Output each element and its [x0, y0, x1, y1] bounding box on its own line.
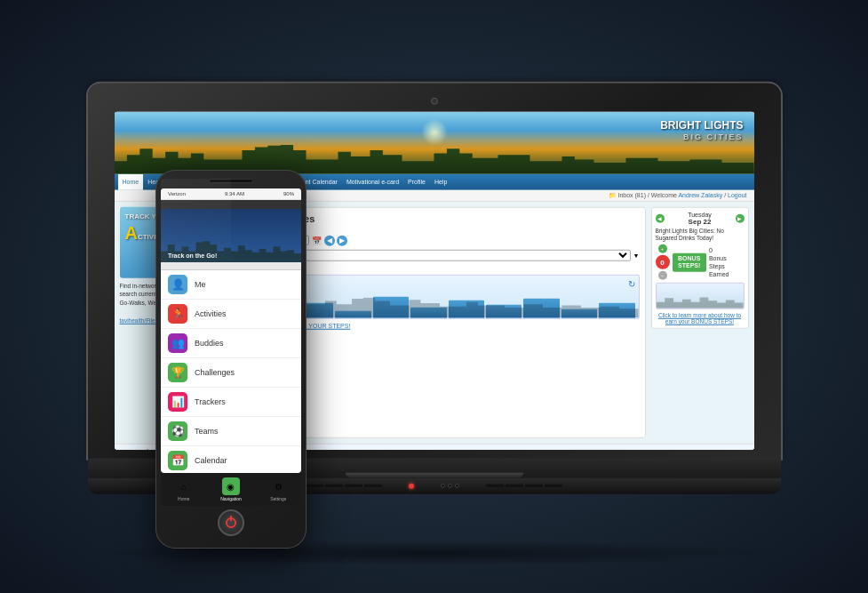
phone-menu-challenges[interactable]: 🏆 Challenges: [161, 358, 301, 388]
me-label: Me: [195, 280, 206, 289]
nav-help[interactable]: Help: [430, 173, 451, 189]
phone-menu-trackers[interactable]: 📊 Trackers: [161, 388, 301, 417]
power-indicator: [409, 483, 414, 488]
inbox-count: 81: [637, 191, 644, 197]
audio-ports: [441, 484, 459, 488]
vent-slot: [306, 485, 323, 487]
phone-nav-home[interactable]: ⌂ Home: [175, 477, 193, 501]
prev-date-button[interactable]: ◀: [324, 235, 335, 245]
city-silhouette: [115, 142, 754, 173]
phone-screen: Verizon 9:34 AM 90% Track on the Go!: [161, 188, 301, 473]
big-a-letter: A: [125, 223, 138, 243]
navigation-nav-icon: ◉: [222, 477, 240, 495]
challenges-icon: 🏆: [168, 363, 187, 382]
next-day-button[interactable]: ▶: [736, 213, 745, 222]
user-name-link[interactable]: Andrew Zalasky: [678, 191, 722, 197]
calendar-icon: 📅: [168, 451, 187, 470]
learn-more-bonus-link[interactable]: Click to learn more about how to earn yo…: [656, 312, 745, 325]
phone-menu-buddies[interactable]: 👥 Buddies: [161, 329, 301, 358]
nav-profile[interactable]: Profile: [403, 173, 430, 189]
phone-menu-teams[interactable]: ⚽ Teams: [161, 417, 301, 446]
vent-slot: [345, 485, 362, 487]
site-right-panel: ◀ Tuesday Sep 22 ▶ Bright Lights Big Cit…: [651, 206, 749, 437]
activity-select[interactable]: Activity: [280, 249, 631, 260]
inbox-label: Inbox: [617, 191, 633, 197]
phone-hero-city: [161, 240, 301, 262]
audio-port: [455, 484, 459, 488]
site-header-image: BRIGHT LIGHTS BIG CITIES: [115, 111, 754, 173]
phone-outer: Verizon 9:34 AM 90% Track on the Go!: [155, 170, 307, 549]
phone-menu-me[interactable]: 👤 Me: [161, 270, 301, 300]
inbox-info: 📁 Inbox (81) / Welcome Andrew Zalasky / …: [609, 191, 747, 198]
prev-day-button[interactable]: ◀: [656, 213, 665, 222]
left-vent: [306, 485, 382, 487]
phone: Verizon 9:34 AM 90% Track on the Go!: [155, 170, 307, 549]
home-nav-icon: ⌂: [175, 477, 193, 495]
phone-bottom-nav: ⌂ Home ◉ Navigation ⚙ Settings: [161, 473, 301, 506]
day-label: Tuesday: [688, 211, 712, 217]
phone-status-bar: Verizon 9:34 AM 90%: [161, 188, 301, 200]
phone-speaker: [209, 179, 253, 183]
vent-slot: [325, 485, 343, 487]
calendar-icon[interactable]: 📅: [312, 236, 322, 244]
date-nav-arrows: ◀ ▶: [324, 235, 347, 245]
learn-more-link[interactable]: more about how to YOUR STEPS!: [256, 322, 640, 328]
activity-select-row: Activity: Activity ▼: [256, 249, 640, 260]
vent-slot: [486, 485, 504, 487]
phone-nav-navigation[interactable]: ◉ Navigation: [220, 477, 242, 501]
bonus-info: 0 Bonus Steps Earned: [709, 246, 745, 278]
vent-slot: [364, 485, 382, 487]
bonus-steps-area: + 0 − BONUS STEPS! 0 Bonus Steps Earned: [656, 244, 745, 280]
dropdown-arrow-icon: ▼: [633, 252, 640, 258]
phone-hero-text: Track on the Go!: [168, 252, 217, 259]
me-icon: 👤: [168, 275, 187, 294]
date-label: Sep 22: [688, 217, 712, 225]
phone-app-header: [161, 200, 301, 209]
next-date-button[interactable]: ▶: [337, 235, 347, 245]
current-date-display: Tuesday Sep 22: [688, 211, 712, 225]
vent-slot: [545, 485, 562, 487]
activity-chart: ↻: [256, 274, 640, 318]
scene: BRIGHT LIGHTS BIG CITIES Home Health Tip…: [0, 0, 868, 593]
refresh-icon[interactable]: ↻: [628, 278, 635, 288]
bonus-count-badge: 0: [656, 255, 670, 269]
phone-menu-activities[interactable]: 🏃 Activities: [161, 300, 301, 329]
brand-line1: BRIGHT LIGHTS: [660, 118, 743, 132]
battery-text: 90%: [283, 191, 294, 196]
phone-home-button[interactable]: [218, 509, 244, 536]
laptop-camera: [431, 97, 438, 104]
bonus-steps-badge: BONUS STEPS!: [673, 253, 706, 272]
enter-date-label: Enter date:: [256, 227, 640, 233]
bonus-earned-label: Bonus Steps Earned: [709, 255, 729, 277]
carrier-text: Verizon: [168, 191, 186, 196]
right-panel-date: ◀ Tuesday Sep 22 ▶ Bright Lights Big Cit…: [651, 206, 749, 329]
steps-info: (0 Steps): [256, 264, 640, 270]
home-nav-label: Home: [178, 496, 189, 501]
settings-nav-label: Settings: [270, 496, 286, 501]
nav-ecard[interactable]: Motivational e-card: [342, 173, 403, 189]
vent-slot: [525, 485, 543, 487]
minus-icon: −: [658, 271, 667, 280]
nav-home[interactable]: Home: [118, 173, 144, 189]
calendar-label: Calendar: [195, 456, 227, 465]
vent-slot: [506, 485, 523, 487]
buddies-label: Buddies: [195, 339, 224, 348]
teams-icon: ⚽: [168, 421, 187, 441]
audio-port: [448, 484, 452, 488]
phone-section-title: [161, 262, 301, 270]
challenges-label: Challenges: [195, 368, 235, 377]
trackers-label: Trackers: [195, 397, 226, 406]
buddies-icon: 👥: [168, 333, 187, 353]
phone-nav-settings[interactable]: ⚙ Settings: [269, 477, 287, 501]
bonus-chart: [656, 283, 745, 309]
logout-link[interactable]: Logout: [728, 191, 746, 197]
bonus-number: 0: [709, 247, 713, 253]
site-main-panel: My Activities Enter date: 📅 ◀ ▶: [250, 206, 646, 437]
activities-icon: 🏃: [168, 304, 187, 324]
bonus-chart-skyline: [657, 295, 744, 309]
audio-port: [441, 484, 445, 488]
phone-menu-calendar[interactable]: 📅 Calendar: [161, 446, 301, 473]
challenge-text: Bright Lights Big Cities: No Sugared Dri…: [656, 227, 745, 242]
settings-nav-icon: ⚙: [269, 477, 287, 495]
site-brand: BRIGHT LIGHTS BIG CITIES: [660, 118, 743, 142]
